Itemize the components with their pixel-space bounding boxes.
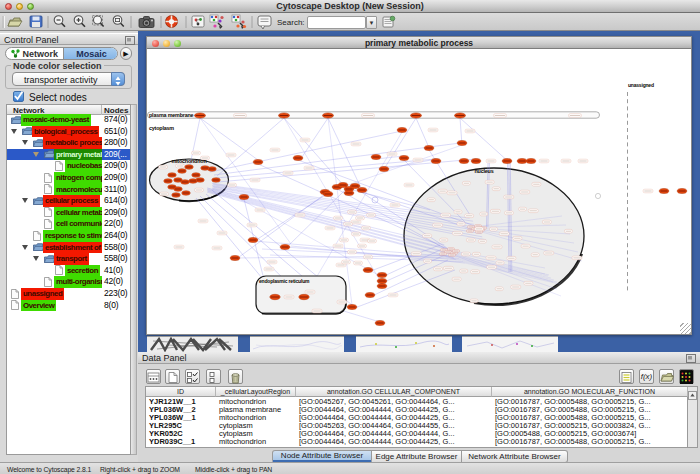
svg-text:endoplasmic reticulum: endoplasmic reticulum — [259, 278, 310, 284]
svg-text:nucleus: nucleus — [475, 168, 494, 174]
svg-text:cytoplasm: cytoplasm — [149, 125, 174, 131]
svg-text:mitochondrion: mitochondrion — [171, 158, 206, 164]
svg-text:unassigned: unassigned — [628, 82, 654, 88]
svg-text:plasma membrane: plasma membrane — [149, 112, 194, 118]
